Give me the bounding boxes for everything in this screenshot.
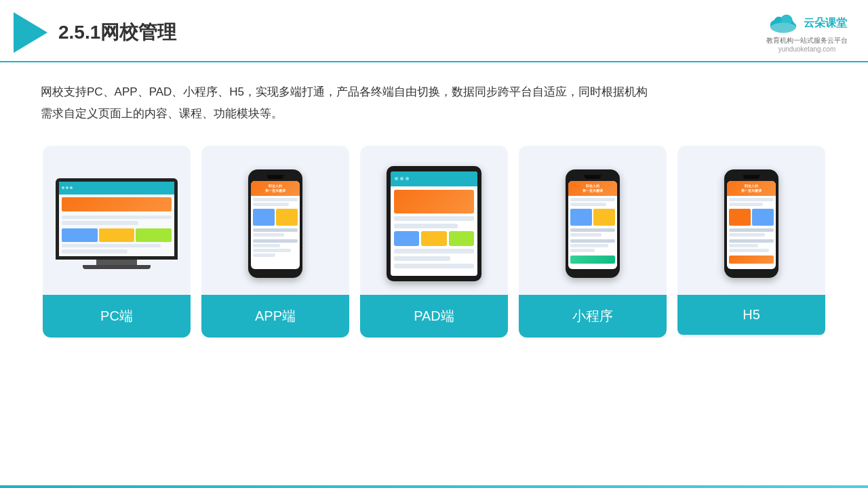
pc-image-area: [43, 146, 191, 295]
brand-logo: 云朵课堂: [767, 13, 847, 35]
logo-triangle-icon: [14, 12, 47, 53]
svg-point-6: [781, 15, 792, 26]
bottom-bar: [0, 485, 868, 488]
app-label: APP端: [201, 295, 349, 338]
brand-url: yunduoketang.com: [778, 45, 836, 53]
device-card-miniapp: 职达人的第一堂兴趣课: [519, 146, 667, 338]
cloud-icon: [767, 13, 800, 35]
app-image-area: 职达人的第一堂兴趣课: [201, 146, 349, 295]
device-card-pc: PC端: [43, 146, 191, 338]
app-phone-mockup: 职达人的第一堂兴趣课: [248, 169, 302, 278]
brand-tagline: 教育机构一站式服务云平台: [766, 36, 848, 45]
pc-mockup: [56, 178, 178, 269]
header-left: 2.5.1网校管理: [14, 12, 176, 53]
pc-label: PC端: [43, 295, 191, 338]
device-card-app: 职达人的第一堂兴趣课: [201, 146, 349, 338]
h5-image-area: 职达人的第一堂兴趣课: [677, 146, 825, 295]
pad-image-area: [360, 146, 508, 295]
brand-area: 云朵课堂 教育机构一站式服务云平台 yunduoketang.com: [766, 13, 848, 53]
miniapp-label: 小程序: [519, 295, 667, 338]
main-content: 网校支持PC、APP、PAD、小程序、H5，实现多端打通，产品各终端自由切换，数…: [0, 62, 868, 351]
miniapp-phone-mockup: 职达人的第一堂兴趣课: [566, 169, 620, 278]
h5-label: H5: [677, 295, 825, 335]
pad-label: PAD端: [360, 295, 508, 338]
page-header: 2.5.1网校管理 云朵课堂 教育机构一站式服务云平台 yunduoketang…: [0, 0, 868, 62]
h5-phone-mockup: 职达人的第一堂兴趣课: [724, 169, 778, 278]
page-title: 2.5.1网校管理: [58, 20, 176, 45]
description-text: 网校支持PC、APP、PAD、小程序、H5，实现多端打通，产品各终端自由切换，数…: [41, 81, 827, 125]
device-cards-container: PC端 职达人的第一堂兴趣课: [41, 146, 827, 338]
brand-name: 云朵课堂: [804, 16, 847, 30]
device-card-h5: 职达人的第一堂兴趣课: [677, 146, 825, 338]
device-card-pad: PAD端: [360, 146, 508, 338]
miniapp-image-area: 职达人的第一堂兴趣课: [519, 146, 667, 295]
pad-tablet-mockup: [387, 166, 481, 281]
